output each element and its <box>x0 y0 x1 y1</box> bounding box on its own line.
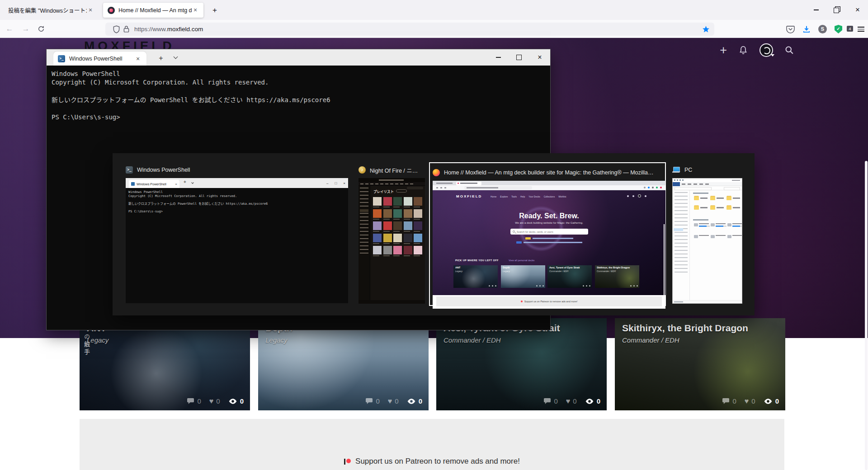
downloads-icon[interactable] <box>802 25 811 33</box>
switcher-item-pc-explorer[interactable]: PC <box>672 163 742 304</box>
powershell-icon: >_ <box>58 55 65 62</box>
firefox-tab-bar: 投稿を編集 "Windowsショートカット 3 選 × Home // Moxf… <box>0 0 868 20</box>
session-extension-icon[interactable]: S <box>818 25 827 33</box>
album-cover <box>373 234 382 242</box>
album-cover <box>373 209 382 218</box>
switcher-label: ♪ Night Of Fire / ニ… <box>359 163 425 177</box>
forward-button[interactable]: → <box>19 23 33 35</box>
switcher-item-music-player[interactable]: ♪ Night Of Fire / ニ… プレイリスト <box>359 163 425 304</box>
album-cover <box>414 197 422 206</box>
deck-stats: 0 ♥ 0 0 <box>365 397 422 405</box>
views-icon <box>407 398 416 404</box>
terminal-maximize-button[interactable] <box>509 49 529 66</box>
likes-count: 0 <box>216 397 220 405</box>
tab-close-icon[interactable]: × <box>87 7 94 14</box>
pocket-icon[interactable] <box>786 25 795 33</box>
terminal-window-controls: × <box>488 49 550 66</box>
likes-icon: ♥ <box>745 398 749 404</box>
hero-heading: Ready. Set. Brew. <box>433 212 665 220</box>
hero-subheading: We are a deck building website for Magic… <box>433 221 665 224</box>
terminal-prompt: PS C:\Users\s-sug> <box>52 113 550 122</box>
album-cover <box>383 246 392 254</box>
address-bar[interactable]: https://www.moxfield.com <box>105 23 714 36</box>
terminal-tab-close-icon[interactable]: × <box>134 55 142 62</box>
deck-format: Legacy <box>265 336 287 344</box>
terminal-dropdown-icon[interactable] <box>174 55 178 59</box>
minimize-button[interactable] <box>806 0 826 20</box>
desktop: MOXFIELD + の触手 ANT Legacy 0 ♥ 0 0 <box>0 0 868 470</box>
explorer-thumbnail[interactable] <box>672 178 742 304</box>
page-header-icons: + <box>720 43 794 57</box>
deck-card-skithiryx[interactable]: Skithiryx, the Bright Dragon Commander /… <box>615 318 785 410</box>
deck-stats: 0 ♥ 0 0 <box>722 397 779 405</box>
views-icon <box>585 398 594 404</box>
powershell-icon <box>131 182 135 186</box>
terminal-close-button[interactable]: × <box>529 49 550 66</box>
toolbar-icons: S ✓ 4 <box>786 23 864 36</box>
album-cover <box>404 209 412 218</box>
close-button[interactable]: × <box>847 0 868 20</box>
notifications-bell-icon[interactable] <box>739 46 748 55</box>
album-cover <box>393 234 402 242</box>
tracking-shield-icon[interactable] <box>113 25 120 33</box>
new-deck-plus-icon[interactable]: + <box>720 44 727 56</box>
switcher-item-powershell[interactable]: >_ Windows PowerShell Windows PowerShell… <box>126 163 348 303</box>
deck-format: Commander / EDH <box>622 336 679 344</box>
deck-card-aesi[interactable]: Aesi, Tyrant of Gyre Strait Commander / … <box>436 318 607 410</box>
music-player-thumbnail[interactable]: プレイリスト <box>359 178 425 304</box>
comments-icon <box>722 398 730 404</box>
switcher-item-firefox-selected[interactable]: Home // Moxfield — An mtg deck builder s… <box>429 162 666 306</box>
terminal-new-tab-button[interactable]: + <box>155 53 167 64</box>
page-scrollbar[interactable] <box>865 161 868 470</box>
album-cover <box>373 221 382 230</box>
user-avatar[interactable] <box>760 43 773 57</box>
browser-tab-wordpress[interactable]: 投稿を編集 "Windowsショートカット 3 選 × <box>4 3 99 18</box>
new-tab-button[interactable]: + <box>209 5 221 16</box>
patreon-icon <box>521 301 523 302</box>
deck-card-ant[interactable]: の触手 ANT Legacy 0 ♥ 0 0 <box>80 318 250 410</box>
terminal-tab-title: Windows PowerShell <box>69 56 134 62</box>
menu-icon[interactable] <box>858 27 864 32</box>
bookmark-star-icon[interactable] <box>702 25 710 33</box>
terminal-tab[interactable]: >_ Windows PowerShell × <box>53 52 146 66</box>
album-cover <box>414 221 422 230</box>
terminal-title-bar[interactable]: >_ Windows PowerShell × + × <box>47 49 550 66</box>
browser-tab-moxfield-active[interactable]: Home // Moxfield — An mtg deck builder s… <box>103 3 203 18</box>
folders-section-bar <box>693 193 708 194</box>
album-cover <box>404 197 412 206</box>
drive-grid <box>694 223 742 242</box>
lock-icon[interactable] <box>123 25 130 33</box>
powershell-icon: >_ <box>126 166 133 174</box>
mini-terminal-titlebar: Windows PowerShell × + –□× <box>126 178 348 188</box>
deck-stats: 0 ♥ 0 0 <box>187 397 244 405</box>
search-icon[interactable] <box>785 46 794 55</box>
album-cover <box>393 209 402 218</box>
firefox-icon <box>433 169 440 176</box>
reload-button[interactable] <box>34 23 48 35</box>
restore-button[interactable] <box>826 0 847 20</box>
back-button[interactable]: ← <box>3 23 16 35</box>
powershell-thumbnail[interactable]: Windows PowerShell × + –□× Windows Power… <box>126 178 348 303</box>
patreon-link[interactable]: Support us on Patreon to remove ads and … <box>80 457 784 466</box>
comments-icon <box>365 398 373 404</box>
folder-grid <box>694 196 742 211</box>
tab-close-icon[interactable]: × <box>192 7 199 14</box>
search-icon <box>513 230 515 233</box>
extension-badge: 4 <box>847 26 853 32</box>
deck-card-depth[interactable]: Depth Legacy 0 ♥ 0 0 <box>258 318 429 410</box>
adblock-check-icon[interactable]: ✓ <box>835 25 842 33</box>
terminal-line <box>52 87 550 96</box>
album-cover <box>393 246 402 254</box>
firefox-thumbnail[interactable]: MOXFIELD HomeExploreToolsHelpYour DecksC… <box>433 181 665 309</box>
likes-icon: ♥ <box>388 398 392 404</box>
terminal-line <box>52 104 550 113</box>
album-cover <box>373 246 382 254</box>
moxfield-favicon <box>108 7 115 14</box>
terminal-minimize-button[interactable] <box>488 49 509 66</box>
views-icon <box>764 398 773 404</box>
drives-section-bar <box>693 219 708 221</box>
album-cover <box>414 234 422 242</box>
deck-title: Skithiryx, the Bright Dragon <box>622 323 748 334</box>
views-icon <box>228 398 237 404</box>
album-grid <box>373 197 424 254</box>
